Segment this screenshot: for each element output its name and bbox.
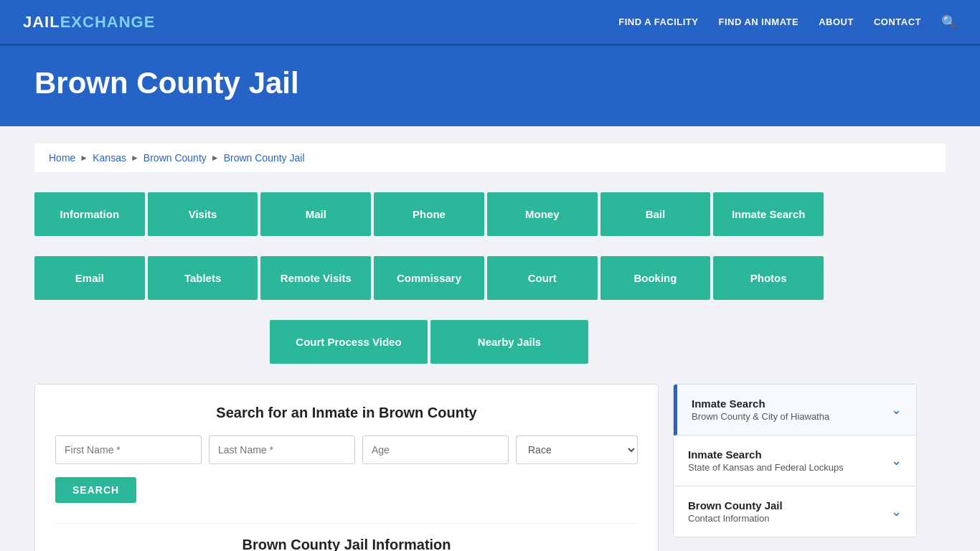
nav-links: FIND A FACILITY FIND AN INMATE ABOUT CON… [618, 14, 957, 30]
inmate-search-title: Search for an Inmate in Brown County [55, 405, 638, 421]
breadcrumb-home[interactable]: Home [49, 152, 75, 164]
breadcrumb-current: Brown County Jail [224, 152, 305, 164]
btn-court[interactable]: Court [487, 256, 598, 300]
sidebar-item-left-3: Brown County Jail Contact Information [688, 499, 783, 524]
btn-remote-visits[interactable]: Remote Visits [260, 256, 371, 300]
lower-section: Search for an Inmate in Brown County Rac… [34, 384, 946, 551]
sidebar-item-title-1: Inmate Search [692, 397, 829, 410]
nav-contact[interactable]: CONTACT [874, 17, 921, 27]
sidebar-item-contact-info[interactable]: Brown County Jail Contact Information ⌄ [674, 486, 916, 537]
first-name-input[interactable] [55, 435, 202, 464]
chevron-down-icon-2: ⌄ [891, 453, 902, 468]
btn-money[interactable]: Money [487, 192, 598, 236]
inmate-search-button[interactable]: SEARCH [55, 477, 136, 503]
sidebar-item-inmate-search-local[interactable]: Inmate Search Brown County & City of Hia… [674, 385, 916, 435]
main-content: Home ► Kansas ► Brown County ► Brown Cou… [0, 126, 980, 551]
inmate-search-panel: Search for an Inmate in Brown County Rac… [34, 384, 659, 551]
breadcrumb-kansas[interactable]: Kansas [93, 152, 126, 164]
nav-find-inmate[interactable]: FIND AN INMATE [718, 17, 798, 27]
race-select[interactable]: Race White Black Hispanic Asian Native A… [516, 435, 638, 464]
chevron-down-icon-3: ⌄ [891, 504, 902, 519]
page-title: Brown County Jail [34, 66, 946, 100]
grid-buttons-row2: Email Tablets Remote Visits Commissary C… [34, 256, 824, 300]
sidebar-item-title-3: Brown County Jail [688, 499, 783, 512]
search-icon-button[interactable]: 🔍 [941, 14, 957, 30]
btn-photos[interactable]: Photos [713, 256, 824, 300]
right-sidebar: Inmate Search Brown County & City of Hia… [673, 384, 917, 537]
grid-buttons-row3: Court Process Video Nearby Jails [34, 320, 824, 364]
sidebar-item-left-1: Inmate Search Brown County & City of Hia… [692, 397, 829, 422]
logo-jail: JAIL [23, 13, 60, 32]
btn-nearby-jails[interactable]: Nearby Jails [430, 320, 588, 364]
sidebar-item-inmate-search-state[interactable]: Inmate Search State of Kansas and Federa… [674, 435, 916, 486]
sidebar-item-left-2: Inmate Search State of Kansas and Federa… [688, 448, 844, 473]
btn-bail[interactable]: Bail [600, 192, 711, 236]
breadcrumb-sep-3: ► [211, 153, 220, 163]
last-name-input[interactable] [209, 435, 355, 464]
nav-about[interactable]: ABOUT [819, 17, 854, 27]
breadcrumb: Home ► Kansas ► Brown County ► Brown Cou… [34, 143, 946, 172]
btn-email[interactable]: Email [34, 256, 145, 300]
breadcrumb-sep-1: ► [80, 153, 88, 163]
btn-visits[interactable]: Visits [148, 192, 258, 236]
search-fields: Race White Black Hispanic Asian Native A… [55, 435, 638, 464]
btn-booking[interactable]: Booking [600, 256, 711, 300]
nav-find-facility[interactable]: FIND A FACILITY [618, 17, 698, 27]
logo-exchange: EXCHANGE [60, 13, 156, 32]
sidebar-item-subtitle-2: State of Kansas and Federal Lockups [688, 462, 844, 473]
btn-inmate-search[interactable]: Inmate Search [713, 192, 824, 236]
breadcrumb-sep-2: ► [131, 153, 139, 163]
chevron-down-icon-1: ⌄ [891, 402, 902, 418]
sidebar-item-subtitle-1: Brown County & City of Hiawatha [692, 411, 829, 422]
btn-mail[interactable]: Mail [260, 192, 371, 236]
btn-commissary[interactable]: Commissary [374, 256, 484, 300]
jail-info-heading: Brown County Jail Information [55, 537, 638, 551]
navbar: JAILEXCHANGE FIND A FACILITY FIND AN INM… [0, 0, 980, 46]
site-logo[interactable]: JAILEXCHANGE [23, 13, 155, 32]
sidebar-item-title-2: Inmate Search [688, 448, 844, 461]
btn-tablets[interactable]: Tablets [148, 256, 258, 300]
sidebar-item-subtitle-3: Contact Information [688, 513, 783, 524]
hero-section: Brown County Jail [0, 46, 980, 126]
grid-buttons-row1: Information Visits Mail Phone Money Bail… [34, 192, 824, 236]
btn-information[interactable]: Information [34, 192, 145, 236]
btn-phone[interactable]: Phone [374, 192, 484, 236]
search-icon: 🔍 [941, 15, 957, 29]
btn-court-process-video[interactable]: Court Process Video [270, 320, 428, 364]
breadcrumb-brown-county[interactable]: Brown County [143, 152, 207, 164]
age-input[interactable] [362, 435, 509, 464]
